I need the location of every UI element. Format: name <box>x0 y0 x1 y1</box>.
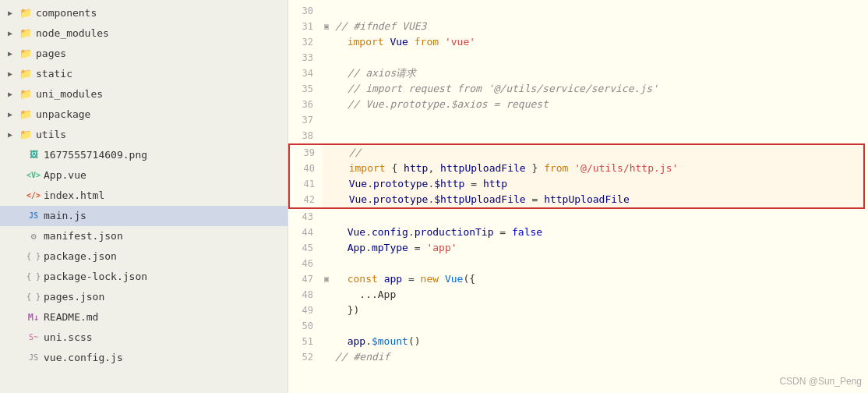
sidebar-item-label: manifest.json <box>44 228 123 245</box>
sidebar-item-uni-scss[interactable]: S~uni.scss <box>0 328 288 348</box>
line-number: 38 <box>288 128 321 143</box>
json-file-icon: { } <box>26 251 41 262</box>
code-line-41: 41 Vue.prototype.$http = http <box>290 176 863 192</box>
code-line-40: 40 import { http, httpUploadFile } from … <box>290 161 863 176</box>
line-number: 50 <box>288 318 321 334</box>
line-content: ...App <box>332 287 868 303</box>
code-line-35: 35 // import request from '@/utils/servi… <box>288 81 868 97</box>
line-content: const app = new Vue({ <box>332 271 868 287</box>
js-main-file-icon: JS <box>26 211 41 221</box>
md-file-icon: M↓ <box>26 312 41 323</box>
folder-arrow[interactable]: ▶ <box>8 25 19 42</box>
line-content: app.$mount() <box>332 334 868 349</box>
line-number: 30 <box>288 3 321 19</box>
sidebar-item-utils[interactable]: ▶📁utils <box>0 125 288 145</box>
line-content: Vue.config.productionTip = false <box>332 225 868 240</box>
folder-arrow[interactable]: ▶ <box>8 106 19 123</box>
sidebar-item-label: README.md <box>44 309 98 326</box>
fold-indicator <box>321 81 332 97</box>
fold-indicator[interactable]: ▣ <box>321 271 332 287</box>
vue-file-icon: <V> <box>26 170 41 181</box>
line-number: 31 <box>288 19 321 34</box>
line-content: // #endif <box>332 349 868 365</box>
scss-file-icon: S~ <box>26 332 41 343</box>
sidebar-item-readme-md[interactable]: M↓README.md <box>0 307 288 328</box>
fold-indicator <box>321 256 332 271</box>
sidebar-item-label: uni.scss <box>44 329 93 346</box>
fold-indicator <box>321 34 332 50</box>
line-number: 45 <box>288 240 321 256</box>
line-content: // axios请求 <box>332 66 868 81</box>
line-content: App.mpType = 'app' <box>332 240 868 256</box>
line-number: 46 <box>288 256 321 271</box>
folder-icon: 📁 <box>19 69 33 80</box>
code-line-33: 33 <box>288 50 868 66</box>
code-editor: 3031▣// #ifndef VUE332 import Vue from '… <box>288 0 868 393</box>
watermark: CSDN @Sun_Peng <box>779 376 862 387</box>
fold-indicator <box>323 192 333 207</box>
sidebar-item-package-lock-json[interactable]: { }package-lock.json <box>0 267 288 287</box>
fold-indicator <box>321 50 332 66</box>
sidebar-item-index-html[interactable]: </>index.html <box>0 186 288 206</box>
line-content <box>332 50 868 66</box>
folder-arrow[interactable]: ▶ <box>8 66 19 83</box>
line-number: 42 <box>290 192 323 207</box>
json-file-icon: { } <box>26 271 41 282</box>
sidebar-item-app-vue[interactable]: <V>App.vue <box>0 165 288 186</box>
folder-icon: 📁 <box>19 28 33 39</box>
sidebar-item-label: components <box>36 5 97 22</box>
sidebar-item-label: pages.json <box>44 289 104 306</box>
sidebar-item-label: static <box>36 66 72 83</box>
fold-indicator <box>321 240 332 256</box>
code-line-52: 52// #endif <box>288 349 868 365</box>
sidebar-item-uni-modules[interactable]: ▶📁uni_modules <box>0 84 288 104</box>
line-number: 36 <box>288 97 321 112</box>
fold-indicator <box>323 145 333 161</box>
line-content <box>332 112 868 128</box>
line-content: // #ifndef VUE3 <box>332 19 868 34</box>
sidebar-item-label: utils <box>36 126 66 143</box>
sidebar-item-pages[interactable]: ▶📁pages <box>0 44 288 64</box>
folder-arrow[interactable]: ▶ <box>8 45 19 62</box>
folder-arrow[interactable]: ▶ <box>8 5 19 22</box>
sidebar-item-unpackage[interactable]: ▶📁unpackage <box>0 104 288 125</box>
fold-indicator <box>321 66 332 81</box>
folder-arrow[interactable]: ▶ <box>8 86 19 103</box>
folder-arrow[interactable]: ▶ <box>8 126 19 143</box>
json-file-icon: { } <box>26 292 41 303</box>
folder-icon: 📁 <box>19 129 33 140</box>
sidebar-item-label: main.js <box>44 207 86 225</box>
line-number: 52 <box>288 349 321 365</box>
code-line-49: 49 }) <box>288 303 868 318</box>
sidebar-item-label: 1677555714609.png <box>44 147 147 164</box>
sidebar-item-pages-json[interactable]: { }pages.json <box>0 287 288 307</box>
code-line-36: 36 // Vue.prototype.$axios = request <box>288 97 868 112</box>
line-number: 41 <box>290 176 323 192</box>
line-number: 48 <box>288 287 321 303</box>
code-line-50: 50 <box>288 318 868 334</box>
sidebar-item-manifest-json[interactable]: ⚙manifest.json <box>0 226 288 246</box>
folder-icon: 📁 <box>19 109 33 120</box>
line-number: 35 <box>288 81 321 97</box>
sidebar-item-vue-config-js[interactable]: JSvue.config.js <box>0 348 288 368</box>
js-file-icon: JS <box>26 352 41 363</box>
fold-indicator[interactable]: ▣ <box>321 19 332 34</box>
code-line-34: 34 // axios请求 <box>288 66 868 81</box>
sidebar-item-components[interactable]: ▶📁components <box>0 3 288 23</box>
sidebar-item-package-json[interactable]: { }package.json <box>0 246 288 267</box>
code-line-46: 46 <box>288 256 868 271</box>
sidebar-item-static[interactable]: ▶📁static <box>0 64 288 84</box>
code-line-37: 37 <box>288 112 868 128</box>
file-explorer[interactable]: ▶📁components▶📁node_modules▶📁pages▶📁stati… <box>0 0 288 393</box>
fold-indicator <box>323 176 333 192</box>
line-content: // import request from '@/utils/service/… <box>332 81 868 97</box>
sidebar-item-1677555714609-png[interactable]: 🖼1677555714609.png <box>0 145 288 165</box>
line-number: 43 <box>288 209 321 225</box>
line-number: 40 <box>290 161 323 176</box>
line-content: // Vue.prototype.$axios = request <box>332 97 868 112</box>
code-line-31: 31▣// #ifndef VUE3 <box>288 19 868 34</box>
image-file-icon: 🖼 <box>26 150 41 161</box>
sidebar-item-node-modules[interactable]: ▶📁node_modules <box>0 23 288 44</box>
fold-indicator <box>321 112 332 128</box>
sidebar-item-main-js[interactable]: JSmain.js <box>0 206 288 226</box>
